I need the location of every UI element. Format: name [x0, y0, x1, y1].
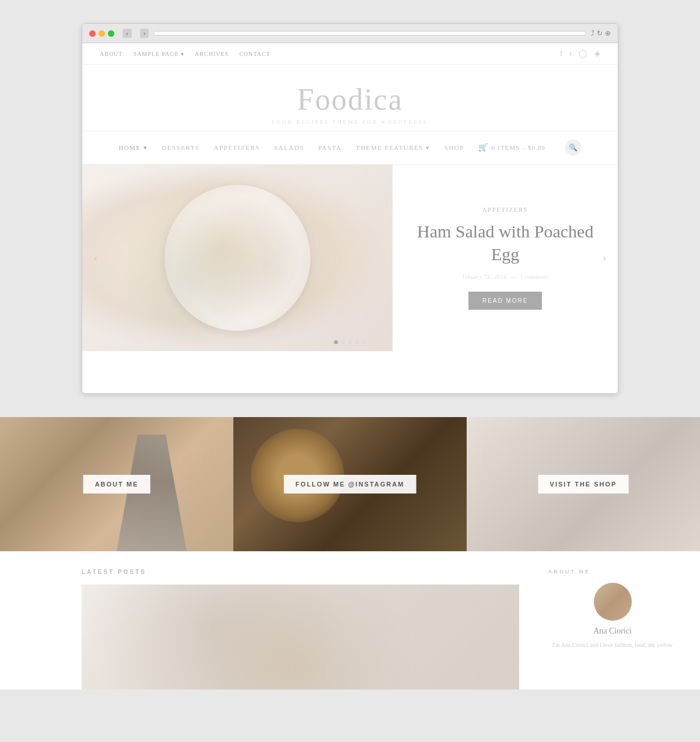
- fullscreen-dot[interactable]: [108, 30, 114, 37]
- hero-content: Appetizers Ham Salad with Poached Egg Ja…: [393, 164, 618, 351]
- banner-instagram[interactable]: FOLLOW ME @INSTAGRAM: [233, 417, 467, 551]
- cart-label: 0 ITEMS – $0.00: [492, 144, 545, 151]
- more-button[interactable]: ⊕: [605, 29, 611, 37]
- nav-archives[interactable]: ARCHIVES: [195, 51, 229, 57]
- banner-shop[interactable]: VISIT THE SHOP: [467, 417, 700, 551]
- nav-sample-page[interactable]: SAMPLE PAGE ▾: [133, 51, 184, 57]
- browser-window: ‹ › ⤴ ↻ ⊕ ABOUT SAMPLE PAGE ▾ ARCHIVES C…: [82, 23, 618, 394]
- twitter-icon[interactable]: t: [569, 49, 572, 58]
- author-description: I'm Ana Ciorici and I love fashion, food…: [548, 640, 677, 650]
- author-avatar: [594, 583, 632, 621]
- hero-slider: ‹ Appetizers Ham Salad with Poached Egg …: [82, 164, 618, 351]
- hero-image: [82, 164, 393, 351]
- nav-desserts[interactable]: DESSERTS: [162, 144, 200, 151]
- hero-title: Ham Salad with Poached Egg: [416, 220, 594, 265]
- hero-food-image: [82, 164, 393, 351]
- banner-about-me[interactable]: ABOUT ME: [0, 417, 233, 551]
- refresh-button[interactable]: ↻: [597, 29, 603, 37]
- slider-dot-1[interactable]: [334, 340, 338, 344]
- slider-dot-3[interactable]: [348, 340, 352, 344]
- website-content: ABOUT SAMPLE PAGE ▾ ARCHIVES CONTACT f t…: [82, 43, 618, 393]
- hero-meta: January 21, 2016 — 1 comment: [462, 274, 548, 280]
- forward-button[interactable]: ›: [140, 29, 149, 38]
- nav-appetizers[interactable]: APPETIZERS: [214, 144, 260, 151]
- main-content-area: LATEST POSTS: [0, 551, 537, 690]
- site-header: Foodica FOOD RECIPES THEME FOR WORDPRESS: [82, 65, 618, 131]
- banner-instagram-label: FOLLOW ME @INSTAGRAM: [284, 475, 416, 494]
- banner-shop-label: VISIT THE SHOP: [538, 475, 629, 494]
- site-title: Foodica: [94, 82, 606, 117]
- banner-about-me-label: ABOUT ME: [83, 475, 150, 494]
- top-nav-links: ABOUT SAMPLE PAGE ▾ ARCHIVES CONTACT: [100, 51, 271, 57]
- instagram-icon[interactable]: ◯: [579, 49, 587, 58]
- slider-dots: [334, 340, 366, 344]
- about-me-section-title: ABOUT ME: [548, 569, 677, 575]
- back-button[interactable]: ‹: [123, 29, 132, 38]
- minimize-dot[interactable]: [99, 30, 105, 37]
- slider-prev-button[interactable]: ‹: [88, 246, 103, 270]
- slider-dot-2[interactable]: [341, 340, 345, 344]
- hero-comments: 1 comment: [520, 274, 548, 280]
- cart-icon: 🛒: [478, 143, 488, 152]
- post-thumb-overlay: [82, 584, 519, 690]
- top-navigation: ABOUT SAMPLE PAGE ▾ ARCHIVES CONTACT f t…: [82, 43, 618, 65]
- site-subtitle: FOOD RECIPES THEME FOR WORDPRESS: [94, 119, 606, 125]
- browser-action-group: ⤴ ↻ ⊕: [591, 29, 611, 37]
- nav-shop[interactable]: SHOP: [444, 144, 464, 151]
- search-icon: 🔍: [569, 144, 578, 152]
- browser-toolbar: ‹ › ⤴ ↻ ⊕: [82, 24, 618, 43]
- cart-widget[interactable]: 🛒 0 ITEMS – $0.00: [478, 143, 545, 152]
- nav-home[interactable]: HOME ▾: [118, 144, 148, 152]
- author-name: Ana Ciorici: [548, 626, 677, 636]
- slider-dot-5[interactable]: [362, 340, 366, 344]
- url-bar[interactable]: [153, 31, 586, 36]
- nav-contact[interactable]: CONTACT: [239, 51, 270, 57]
- latest-posts-title: LATEST POSTS: [82, 569, 519, 575]
- food-overlay: [82, 164, 393, 351]
- three-banners: ABOUT ME FOLLOW ME @INSTAGRAM VISIT THE …: [0, 417, 700, 551]
- post-thumbnail[interactable]: [82, 584, 519, 690]
- hero-category: Appetizers: [482, 206, 528, 213]
- facebook-icon[interactable]: f: [560, 49, 562, 58]
- slider-dot-4[interactable]: [355, 340, 359, 344]
- sidebar: ABOUT ME Ana Ciorici I'm Ana Ciorici and…: [537, 551, 700, 690]
- read-more-button[interactable]: READ MORE: [468, 292, 542, 310]
- slider-next-button[interactable]: ›: [597, 246, 612, 270]
- browser-traffic-lights: [89, 30, 114, 37]
- nav-salads[interactable]: SALADS: [274, 144, 304, 151]
- main-navigation: HOME ▾ DESSERTS APPETIZERS SALADS PASTA …: [82, 131, 618, 164]
- lower-content: LATEST POSTS ABOUT ME Ana Ciorici I'm An…: [0, 551, 700, 690]
- search-button[interactable]: 🔍: [565, 139, 582, 156]
- nav-theme-features[interactable]: THEME FEATURES ▾: [356, 144, 430, 152]
- nav-about[interactable]: ABOUT: [100, 51, 123, 57]
- nav-pasta[interactable]: PASTA: [318, 144, 341, 151]
- close-dot[interactable]: [89, 30, 96, 37]
- share-button[interactable]: ⤴: [591, 29, 594, 37]
- pinterest-icon[interactable]: ◈: [594, 49, 600, 58]
- social-icons: f t ◯ ◈: [560, 49, 600, 58]
- hero-date: January 21, 2016: [462, 274, 507, 280]
